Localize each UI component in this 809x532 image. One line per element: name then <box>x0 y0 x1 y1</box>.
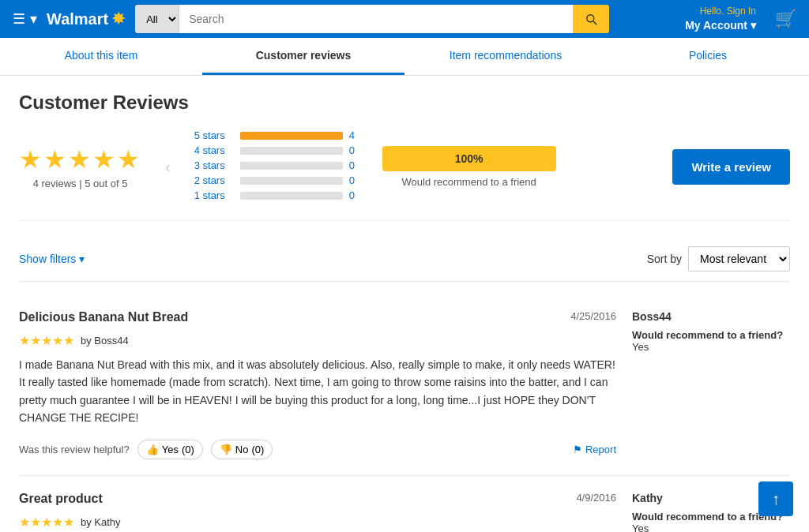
review-header-row: Great product 4/9/2016 <box>19 492 616 511</box>
flag-icon: ⚑ <box>573 444 582 455</box>
review-stars: ★★★★★ <box>19 515 74 530</box>
bar-count[interactable]: 0 <box>349 144 359 156</box>
filters-chevron-icon: ▾ <box>79 253 85 265</box>
ratings-prev-arrow[interactable]: ‹ <box>165 158 171 176</box>
thumbs-up-icon: 👍 <box>146 444 159 455</box>
recommend-pct: 100% <box>455 152 484 165</box>
tab-about-item[interactable]: About this item <box>0 38 202 75</box>
back-to-top-button[interactable]: ↑ <box>758 481 793 516</box>
bar-count[interactable]: 4 <box>349 129 359 141</box>
recommend-label: Would recommend to a friend <box>382 176 556 188</box>
rating-bars: 5 stars 4 4 stars 0 3 stars 0 2 stars 0 <box>194 129 359 204</box>
filters-sort-bar: Show filters ▾ Sort by Most relevant Mos… <box>19 237 790 282</box>
bar-fill <box>240 132 343 140</box>
bar-count[interactable]: 0 <box>349 189 359 201</box>
recommend-box: 100% Would recommend to a friend <box>382 146 556 188</box>
search-button[interactable] <box>573 5 609 33</box>
search-category-select[interactable]: All <box>135 5 179 33</box>
spark-icon: ✸ <box>111 9 126 29</box>
account-arrow: ▾ <box>751 18 756 32</box>
hamburger-icon: ☰ <box>13 10 25 28</box>
cart-button[interactable]: 🛒 <box>775 9 796 29</box>
review-helpful: Was this review helpful? 👍 Yes (0) 👎 No … <box>19 440 616 459</box>
review-by: by Kathy <box>81 516 121 528</box>
recommend-question: Would recommend to a friend? <box>632 329 783 341</box>
rating-bar-row: 5 stars 4 <box>194 129 359 141</box>
no-count: (0) <box>251 444 264 455</box>
bar-label[interactable]: 5 stars <box>194 129 234 141</box>
tab-item-recommendations[interactable]: Item recommendations <box>404 38 607 75</box>
search-icon <box>584 12 598 26</box>
reviewer-name: Boss44 <box>632 310 790 323</box>
review-date: 4/25/2016 <box>570 310 616 322</box>
show-filters-button[interactable]: Show filters ▾ <box>19 253 85 265</box>
back-to-top-icon: ↑ <box>772 490 780 508</box>
review-date: 4/9/2016 <box>576 492 616 504</box>
recommend-answer: Yes <box>632 523 649 532</box>
rating-bar-row: 3 stars 0 <box>194 159 359 171</box>
yes-count: (0) <box>182 444 194 455</box>
logo-text: Walmart <box>47 10 108 28</box>
report-label: Report <box>585 444 616 455</box>
bar-label[interactable]: 1 stars <box>194 189 234 201</box>
tab-customer-reviews[interactable]: Customer reviews <box>202 38 404 75</box>
no-label: No <box>235 444 249 455</box>
recommend-bar-wrap: 100% <box>382 146 556 171</box>
overall-stars: ★★★★★ <box>19 144 141 174</box>
rating-bar-row: 4 stars 0 <box>194 144 359 156</box>
recommend-bar-fill: 100% <box>382 146 556 171</box>
bar-count[interactable]: 0 <box>349 174 359 186</box>
menu-button[interactable]: ☰ ▾ <box>13 10 37 28</box>
nav-tabs: About this item Customer reviews Item re… <box>0 38 809 76</box>
review-meta: ★★★★★ by Kathy <box>19 515 616 530</box>
bar-label[interactable]: 2 stars <box>194 174 234 186</box>
bar-background <box>240 177 343 185</box>
sort-select[interactable]: Most relevant Most recent Highest rating… <box>688 246 790 272</box>
rating-bar-row: 2 stars 0 <box>194 174 359 186</box>
account-label: My Account ▾ <box>685 18 756 32</box>
helpful-no-button[interactable]: 👎 No (0) <box>211 440 273 459</box>
review-meta: ★★★★★ by Boss44 <box>19 333 616 348</box>
reviews-count: 4 reviews | 5 out of 5 <box>19 178 141 189</box>
search-bar: All <box>135 5 609 33</box>
write-review-button[interactable]: Write a review <box>672 149 790 185</box>
review-main: Great product 4/9/2016 ★★★★★ by Kathy Th… <box>19 492 616 532</box>
show-filters-label: Show filters <box>19 253 76 265</box>
bar-label[interactable]: 3 stars <box>194 159 234 171</box>
recommend-answer: Yes <box>632 341 649 353</box>
bar-label[interactable]: 4 stars <box>194 144 234 156</box>
page-title: Customer Reviews <box>19 92 790 114</box>
bar-background <box>240 147 343 155</box>
walmart-logo[interactable]: Walmart ✸ <box>47 9 126 29</box>
search-input[interactable] <box>179 5 573 33</box>
main-content: Customer Reviews ★★★★★ 4 reviews | 5 out… <box>0 76 809 532</box>
menu-dropdown-arrow: ▾ <box>30 10 37 28</box>
review-stars: ★★★★★ <box>19 333 74 348</box>
tab-policies[interactable]: Policies <box>607 38 809 75</box>
bar-background <box>240 162 343 170</box>
review-header-row: Delicious Banana Nut Bread 4/25/2016 <box>19 310 616 330</box>
review-main: Delicious Banana Nut Bread 4/25/2016 ★★★… <box>19 310 616 459</box>
thumbs-down-icon: 👎 <box>220 444 232 455</box>
yes-label: Yes <box>162 444 179 455</box>
report-button[interactable]: ⚑ Report <box>573 444 616 455</box>
review-title: Delicious Banana Nut Bread <box>19 310 188 324</box>
review-title: Great product <box>19 492 103 506</box>
review-card: Great product 4/9/2016 ★★★★★ by Kathy Th… <box>19 476 790 532</box>
bar-count[interactable]: 0 <box>349 159 359 171</box>
helpful-label: Was this review helpful? <box>19 444 130 455</box>
sort-label: Sort by <box>647 253 682 265</box>
account-hello: Hello. Sign In <box>685 6 756 18</box>
reviews-container: Delicious Banana Nut Bread 4/25/2016 ★★★… <box>19 294 790 532</box>
header: ☰ ▾ Walmart ✸ All Hello. Sign In My Acco… <box>0 0 809 38</box>
review-by: by Boss44 <box>81 335 129 347</box>
ratings-summary: ★★★★★ 4 reviews | 5 out of 5 ‹ 5 stars 4… <box>19 129 790 221</box>
helpful-yes-button[interactable]: 👍 Yes (0) <box>137 440 203 459</box>
account-section[interactable]: Hello. Sign In My Account ▾ <box>685 6 756 32</box>
review-body: I made Banana Nut Bread with this mix, a… <box>19 356 616 427</box>
bar-background <box>240 192 343 200</box>
review-card: Delicious Banana Nut Bread 4/25/2016 ★★★… <box>19 294 790 476</box>
bar-background <box>240 132 343 140</box>
review-sidebar: Boss44 Would recommend to a friend? Yes <box>632 310 790 459</box>
sort-section: Sort by Most relevant Most recent Highes… <box>647 246 790 272</box>
